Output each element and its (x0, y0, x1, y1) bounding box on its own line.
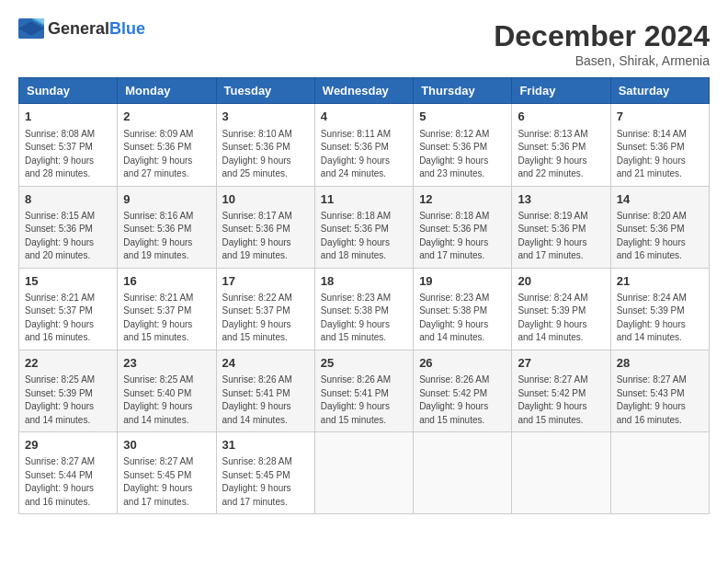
weekday-header-thursday: Thursday (414, 78, 512, 104)
calendar-day-cell (414, 432, 512, 514)
day-info: Sunrise: 8:13 AMSunset: 5:36 PMDaylight:… (518, 128, 604, 181)
day-number: 11 (321, 191, 407, 208)
weekday-header-tuesday: Tuesday (216, 78, 314, 104)
day-info: Sunrise: 8:22 AMSunset: 5:37 PMDaylight:… (222, 292, 309, 345)
title-area: December 2024 Basen, Shirak, Armenia (494, 18, 710, 68)
logo-blue: Blue (109, 19, 145, 38)
day-info: Sunrise: 8:25 AMSunset: 5:39 PMDaylight:… (25, 373, 111, 427)
day-number: 10 (222, 191, 309, 208)
calendar-day-cell: 17Sunrise: 8:22 AMSunset: 5:37 PMDayligh… (216, 268, 314, 350)
day-info: Sunrise: 8:27 AMSunset: 5:45 PMDaylight:… (123, 455, 210, 509)
calendar-week-row: 22Sunrise: 8:25 AMSunset: 5:39 PMDayligh… (19, 350, 710, 431)
day-number: 4 (321, 109, 407, 125)
month-title: December 2024 (494, 18, 710, 53)
calendar-day-cell: 6Sunrise: 8:13 AMSunset: 5:36 PMDaylight… (512, 104, 610, 186)
calendar-day-cell: 30Sunrise: 8:27 AMSunset: 5:45 PMDayligh… (118, 432, 216, 514)
location-subtitle: Basen, Shirak, Armenia (494, 53, 710, 68)
calendar-day-cell (512, 432, 610, 514)
day-info: Sunrise: 8:26 AMSunset: 5:41 PMDaylight:… (321, 373, 407, 427)
day-info: Sunrise: 8:15 AMSunset: 5:36 PMDaylight:… (25, 210, 111, 263)
day-info: Sunrise: 8:25 AMSunset: 5:40 PMDaylight:… (123, 373, 210, 427)
day-info: Sunrise: 8:26 AMSunset: 5:41 PMDaylight:… (222, 373, 309, 427)
day-info: Sunrise: 8:09 AMSunset: 5:36 PMDaylight:… (123, 128, 210, 181)
day-number: 15 (25, 273, 111, 290)
logo-text-group: GeneralBlue (48, 19, 145, 39)
day-number: 24 (222, 355, 309, 372)
day-number: 20 (518, 273, 604, 290)
day-number: 7 (617, 109, 703, 125)
weekday-header-friday: Friday (512, 78, 610, 104)
calendar-day-cell: 27Sunrise: 8:27 AMSunset: 5:42 PMDayligh… (512, 350, 610, 431)
day-number: 25 (321, 355, 407, 372)
day-info: Sunrise: 8:24 AMSunset: 5:39 PMDaylight:… (518, 292, 604, 345)
header: GeneralBlue December 2024 Basen, Shirak,… (18, 18, 710, 68)
day-info: Sunrise: 8:12 AMSunset: 5:36 PMDaylight:… (419, 128, 506, 181)
calendar-day-cell: 2Sunrise: 8:09 AMSunset: 5:36 PMDaylight… (118, 104, 216, 186)
calendar-day-cell: 31Sunrise: 8:28 AMSunset: 5:45 PMDayligh… (216, 432, 314, 514)
day-info: Sunrise: 8:10 AMSunset: 5:36 PMDaylight:… (222, 128, 309, 181)
day-info: Sunrise: 8:20 AMSunset: 5:36 PMDaylight:… (617, 210, 703, 263)
day-info: Sunrise: 8:11 AMSunset: 5:36 PMDaylight:… (321, 128, 407, 181)
day-info: Sunrise: 8:23 AMSunset: 5:38 PMDaylight:… (321, 292, 407, 345)
day-number: 17 (222, 273, 309, 290)
calendar-day-cell: 21Sunrise: 8:24 AMSunset: 5:39 PMDayligh… (610, 268, 709, 350)
day-number: 9 (123, 191, 210, 208)
day-number: 22 (25, 355, 111, 372)
day-info: Sunrise: 8:17 AMSunset: 5:36 PMDaylight:… (222, 210, 309, 263)
calendar-day-cell: 29Sunrise: 8:27 AMSunset: 5:44 PMDayligh… (19, 432, 118, 514)
calendar-body: 1Sunrise: 8:08 AMSunset: 5:37 PMDaylight… (19, 104, 710, 514)
day-number: 5 (419, 109, 506, 125)
calendar-day-cell: 4Sunrise: 8:11 AMSunset: 5:36 PMDaylight… (314, 104, 413, 186)
calendar-day-cell: 14Sunrise: 8:20 AMSunset: 5:36 PMDayligh… (610, 186, 709, 268)
calendar-day-cell: 8Sunrise: 8:15 AMSunset: 5:36 PMDaylight… (19, 186, 118, 268)
day-number: 23 (123, 355, 210, 372)
day-info: Sunrise: 8:24 AMSunset: 5:39 PMDaylight:… (617, 292, 703, 345)
calendar-day-cell: 10Sunrise: 8:17 AMSunset: 5:36 PMDayligh… (216, 186, 314, 268)
calendar-table: SundayMondayTuesdayWednesdayThursdayFrid… (18, 77, 710, 514)
day-number: 31 (222, 437, 309, 454)
calendar-day-cell: 20Sunrise: 8:24 AMSunset: 5:39 PMDayligh… (512, 268, 610, 350)
calendar-day-cell: 3Sunrise: 8:10 AMSunset: 5:36 PMDaylight… (216, 104, 314, 186)
day-number: 26 (419, 355, 506, 372)
day-number: 12 (419, 191, 506, 208)
calendar-day-cell: 18Sunrise: 8:23 AMSunset: 5:38 PMDayligh… (314, 268, 413, 350)
day-info: Sunrise: 8:23 AMSunset: 5:38 PMDaylight:… (419, 292, 506, 345)
day-number: 19 (419, 273, 506, 290)
logo-icon (18, 18, 44, 39)
day-info: Sunrise: 8:27 AMSunset: 5:43 PMDaylight:… (617, 373, 703, 427)
day-number: 30 (123, 437, 210, 454)
day-number: 27 (518, 355, 604, 372)
calendar-day-cell: 23Sunrise: 8:25 AMSunset: 5:40 PMDayligh… (118, 350, 216, 431)
day-number: 28 (617, 355, 703, 372)
calendar-day-cell: 11Sunrise: 8:18 AMSunset: 5:36 PMDayligh… (314, 186, 413, 268)
day-number: 16 (123, 273, 210, 290)
weekday-header-row: SundayMondayTuesdayWednesdayThursdayFrid… (19, 78, 710, 104)
calendar-day-cell: 28Sunrise: 8:27 AMSunset: 5:43 PMDayligh… (610, 350, 709, 431)
calendar-day-cell: 26Sunrise: 8:26 AMSunset: 5:42 PMDayligh… (414, 350, 512, 431)
day-info: Sunrise: 8:27 AMSunset: 5:42 PMDaylight:… (518, 373, 604, 427)
calendar-day-cell (610, 432, 709, 514)
calendar-day-cell: 24Sunrise: 8:26 AMSunset: 5:41 PMDayligh… (216, 350, 314, 431)
day-info: Sunrise: 8:26 AMSunset: 5:42 PMDaylight:… (419, 373, 506, 427)
calendar-day-cell: 5Sunrise: 8:12 AMSunset: 5:36 PMDaylight… (414, 104, 512, 186)
day-info: Sunrise: 8:18 AMSunset: 5:36 PMDaylight:… (419, 210, 506, 263)
day-info: Sunrise: 8:27 AMSunset: 5:44 PMDaylight:… (25, 455, 111, 509)
calendar-week-row: 15Sunrise: 8:21 AMSunset: 5:37 PMDayligh… (19, 268, 710, 350)
day-number: 8 (25, 191, 111, 208)
calendar-week-row: 1Sunrise: 8:08 AMSunset: 5:37 PMDaylight… (19, 104, 710, 186)
calendar-week-row: 29Sunrise: 8:27 AMSunset: 5:44 PMDayligh… (19, 432, 710, 514)
day-number: 6 (518, 109, 604, 125)
day-number: 2 (123, 109, 210, 125)
weekday-header-monday: Monday (118, 78, 216, 104)
day-number: 3 (222, 109, 309, 125)
calendar-header: SundayMondayTuesdayWednesdayThursdayFrid… (19, 78, 710, 104)
day-info: Sunrise: 8:21 AMSunset: 5:37 PMDaylight:… (25, 292, 111, 345)
calendar-day-cell: 22Sunrise: 8:25 AMSunset: 5:39 PMDayligh… (19, 350, 118, 431)
calendar-day-cell: 9Sunrise: 8:16 AMSunset: 5:36 PMDaylight… (118, 186, 216, 268)
weekday-header-saturday: Saturday (610, 78, 709, 104)
day-info: Sunrise: 8:18 AMSunset: 5:36 PMDaylight:… (321, 210, 407, 263)
day-info: Sunrise: 8:21 AMSunset: 5:37 PMDaylight:… (123, 292, 210, 345)
day-info: Sunrise: 8:14 AMSunset: 5:36 PMDaylight:… (617, 128, 703, 181)
logo: GeneralBlue (18, 18, 145, 39)
calendar-day-cell (314, 432, 413, 514)
